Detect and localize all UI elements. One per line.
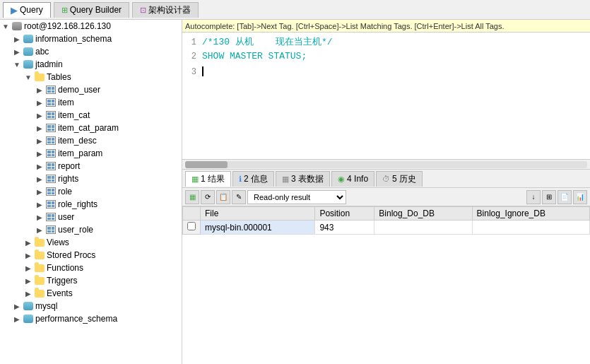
table-icon — [45, 187, 57, 196]
code-line-1: 1 /*130 从机 现在当主机*/ — [182, 35, 590, 51]
tree-table-user[interactable]: ▶ user — [0, 211, 182, 223]
result-tab-2[interactable]: ℹ 2 信息 — [232, 171, 274, 187]
btn-4-icon: ✎ — [236, 193, 242, 201]
result-toolbar: ▦ ⟳ 📋 ✎ Read-only result ↓ — [182, 188, 590, 206]
tab-1-label: 1 结果 — [201, 173, 225, 185]
query-builder-tab[interactable]: ⊞ Query Builder — [54, 2, 129, 18]
line-content-3 — [202, 66, 590, 77]
autocomplete-text: Autocomplete: [Tab]->Next Tag. [Ctrl+Spa… — [185, 22, 505, 30]
row-num-cell — [183, 221, 201, 235]
folder-label: Events — [47, 288, 73, 298]
col-header-file[interactable]: File — [201, 207, 315, 221]
cell-file: mysql-bin.000001 — [201, 221, 315, 235]
table-label: report — [58, 161, 80, 171]
tree-table-item[interactable]: ▶ item — [0, 96, 182, 109]
table-icon — [45, 98, 57, 107]
line-num-1: 1 — [182, 37, 202, 47]
export2-icon: ⊞ — [546, 193, 552, 201]
tree-folder-triggers[interactable]: ▶ Triggers — [0, 274, 182, 287]
tree-db-jtadmin[interactable]: ▼ jtadmin — [0, 58, 182, 71]
table-header-row: File Position Binlog_Do_DB Binlog_Ignore… — [183, 207, 590, 221]
tree-table-demo-user[interactable]: ▶ demo_user — [0, 83, 182, 96]
tree-root[interactable]: ▼ root@192.168.126.130 — [0, 20, 182, 33]
tree-table-item-param[interactable]: ▶ item_param — [0, 147, 182, 160]
tree-table-user-role[interactable]: ▶ user_role — [0, 223, 182, 236]
table-icon — [45, 148, 57, 158]
table-icon — [45, 225, 57, 235]
expand-icon: ▶ — [34, 150, 45, 158]
col-header-binlog-ignore[interactable]: Binlog_Ignore_DB — [472, 207, 589, 221]
export4-icon: 📊 — [576, 193, 584, 201]
table-label: item_cat — [58, 110, 90, 120]
folder-label: Functions — [47, 263, 83, 273]
code-line-3: 3 — [182, 66, 590, 82]
toolbar-btn-export2[interactable]: ⊞ — [542, 190, 556, 204]
cell-position: 943 — [315, 221, 374, 235]
tree-db-mysql[interactable]: ▶ mysql — [0, 300, 182, 312]
toolbar-btn-2[interactable]: ⟳ — [201, 190, 215, 204]
tree-folder-functions[interactable]: ▶ Functions — [0, 262, 182, 274]
tree-db-abc[interactable]: ▶ abc — [0, 45, 182, 58]
db-label: jtadmin — [35, 59, 63, 69]
line-num-3: 3 — [182, 67, 202, 77]
db-label: mysql — [35, 301, 57, 311]
result-tab-5[interactable]: ⏱ 5 历史 — [376, 171, 423, 187]
query-tab-label: Query — [20, 5, 43, 15]
h-scroll-thumb[interactable] — [185, 161, 228, 168]
result-tab-1[interactable]: ▦ 1 结果 — [185, 171, 231, 187]
tree-folder-stored-procs[interactable]: ▶ Stored Procs — [0, 249, 182, 262]
tree-table-rights[interactable]: ▶ rights — [0, 172, 182, 185]
row-checkbox[interactable] — [187, 222, 196, 230]
tab-5-icon: ⏱ — [382, 175, 390, 183]
tree-folder-events[interactable]: ▶ Events — [0, 287, 182, 300]
h-scrollbar[interactable] — [182, 160, 590, 170]
table-icon — [45, 174, 57, 184]
code-editor[interactable]: 1 /*130 从机 现在当主机*/ 2 SHOW MASTER STATUS;… — [182, 33, 590, 160]
table-label: user_role — [58, 225, 93, 235]
folder-icon — [34, 263, 45, 273]
col-header-position[interactable]: Position — [315, 207, 374, 221]
tree-folder-views[interactable]: ▶ Views — [0, 236, 182, 249]
tree-table-role-rights[interactable]: ▶ role_rights — [0, 198, 182, 211]
readonly-select[interactable]: Read-only result — [247, 190, 346, 204]
tree-table-item-cat-param[interactable]: ▶ item_cat_param — [0, 122, 182, 134]
btn-3-icon: 📋 — [219, 193, 228, 201]
result-tab-4[interactable]: ◉ 4 Info — [331, 171, 374, 187]
table-row: mysql-bin.000001 943 — [183, 221, 590, 235]
sidebar: ▼ root@192.168.126.130 ▶ information_sch… — [0, 20, 182, 364]
folder-icon — [34, 250, 45, 260]
tree-table-role[interactable]: ▶ role — [0, 185, 182, 198]
tree-table-item-desc[interactable]: ▶ item_desc — [0, 134, 182, 147]
tree-db-performance-schema[interactable]: ▶ performance_schema — [0, 312, 182, 325]
expand-icon: ▶ — [11, 303, 23, 310]
tree-db-information-schema[interactable]: ▶ information_schema — [0, 33, 182, 45]
expand-icon: ▶ — [34, 137, 45, 145]
toolbar-btn-export1[interactable]: ↓ — [526, 190, 541, 204]
toolbar-btn-1[interactable]: ▦ — [185, 190, 199, 204]
expand-icon: ▶ — [11, 48, 23, 56]
arch-icon: ⊡ — [140, 6, 146, 15]
line-content-2: SHOW MASTER STATUS; — [202, 51, 590, 61]
col-header-binlog-do[interactable]: Binlog_Do_DB — [374, 207, 472, 221]
result-tab-3[interactable]: ▦ 3 表数据 — [276, 171, 330, 187]
tree-folder-tables[interactable]: ▼ Tables — [0, 71, 182, 83]
toolbar-btn-4[interactable]: ✎ — [232, 190, 246, 204]
toolbar-btn-export3[interactable]: 📄 — [557, 190, 572, 204]
table-label: role_rights — [58, 199, 98, 209]
btn-2-icon: ⟳ — [205, 193, 211, 201]
expand-icon: ▼ — [11, 61, 23, 69]
tree-table-report[interactable]: ▶ report — [0, 160, 182, 172]
folder-icon — [34, 72, 45, 82]
folder-label: Views — [47, 237, 69, 247]
tree-table-item-cat[interactable]: ▶ item_cat — [0, 109, 182, 122]
query-tab[interactable]: ▶ Query — [3, 2, 51, 18]
expand-icon: ▶ — [34, 112, 45, 119]
tab-2-label: 2 信息 — [244, 173, 268, 185]
cell-binlog-do — [374, 221, 472, 235]
table-label: role — [58, 187, 72, 196]
toolbar-btn-3[interactable]: 📋 — [216, 190, 230, 204]
folder-label: Triggers — [47, 276, 78, 286]
toolbar-btn-export4[interactable]: 📊 — [573, 190, 587, 204]
main-layout: ▼ root@192.168.126.130 ▶ information_sch… — [0, 20, 590, 364]
arch-designer-tab[interactable]: ⊡ 架构设计器 — [132, 2, 199, 18]
